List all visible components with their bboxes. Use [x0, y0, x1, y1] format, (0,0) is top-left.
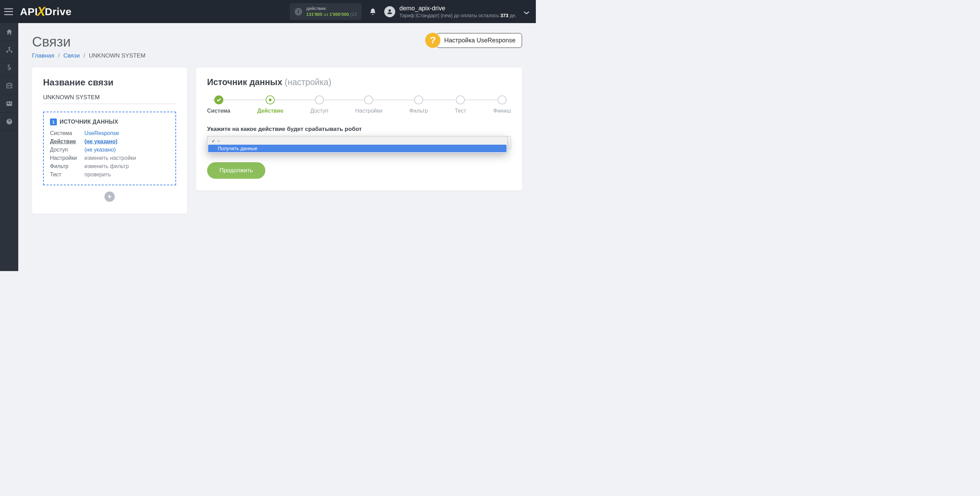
sidebar-item-connections[interactable]: [0, 41, 18, 59]
tariff-text: Тариф |Стандарт| (new) до оплаты осталос…: [399, 13, 517, 19]
row-filter-value[interactable]: изменить фильтр: [84, 163, 169, 170]
breadcrumb-links[interactable]: Связи: [64, 52, 80, 59]
action-dropdown: ✓ - Получить данные: [207, 136, 508, 153]
actions-usage-text: действия: 131'805 из 1'000'000 (13: [306, 6, 356, 17]
user-menu[interactable]: demo_apix-drive Тариф |Стандарт| (new) д…: [384, 4, 517, 19]
svg-rect-4: [7, 102, 9, 104]
sidebar-item-briefcase[interactable]: [0, 77, 18, 95]
step-filter[interactable]: Фильтр: [409, 95, 428, 114]
row-system-label: Система: [50, 130, 84, 137]
sidebar-item-home[interactable]: [0, 23, 18, 41]
chevron-down-icon[interactable]: [523, 10, 530, 14]
sidebar-item-card[interactable]: [0, 95, 18, 113]
topbar: APIXDrive i действия: 131'805 из 1'000'0…: [0, 0, 536, 23]
row-system-value[interactable]: UseResponse: [84, 130, 169, 137]
connection-name-input[interactable]: [43, 93, 176, 104]
row-access-value[interactable]: (не указано): [84, 147, 169, 153]
bell-icon[interactable]: [369, 8, 377, 16]
config-card-title: Источник данных (настройка): [207, 77, 511, 87]
row-filter-label: Фильтр: [50, 163, 84, 170]
breadcrumb-current: UNKNOWN SYSTEM: [89, 52, 145, 59]
svg-rect-5: [9, 103, 11, 103]
stepper: Система Действие Доступ Настройки: [207, 95, 511, 114]
help-label: Настройка UseResponse: [436, 33, 522, 48]
add-step-button[interactable]: +: [104, 191, 115, 202]
box-number-badge: 1: [50, 119, 57, 126]
dropdown-option-get-data[interactable]: Получить данные: [208, 145, 506, 152]
help-icon: ?: [425, 33, 441, 48]
sidebar: [0, 23, 18, 271]
continue-button[interactable]: Продолжить: [207, 162, 265, 179]
sidebar-item-billing[interactable]: [0, 59, 18, 77]
help-bubble[interactable]: ? Настройка UseResponse: [425, 33, 522, 48]
breadcrumb-home[interactable]: Главная: [32, 52, 54, 59]
hamburger-icon[interactable]: [4, 8, 13, 15]
sidebar-item-help[interactable]: [0, 113, 18, 130]
actions-usage-pill[interactable]: i действия: 131'805 из 1'000'000 (13: [290, 3, 361, 20]
dropdown-option-none[interactable]: ✓ -: [208, 137, 506, 145]
action-select[interactable]: - ✓ - Получить данные: [207, 136, 511, 149]
row-settings-value[interactable]: изменить настройки: [84, 155, 169, 161]
main-content: Связи Главная / Связи / UNKNOWN SYSTEM ?…: [18, 23, 536, 271]
connection-name-title: Название связи: [43, 77, 176, 88]
step-access[interactable]: Доступ: [310, 95, 328, 114]
step-system[interactable]: Система: [207, 95, 230, 114]
user-name: demo_apix-drive: [399, 4, 517, 13]
step-settings[interactable]: Настройки: [355, 95, 382, 114]
row-action-label: Действие: [50, 138, 84, 145]
svg-point-0: [8, 47, 10, 49]
row-action-value[interactable]: (не указано): [84, 138, 169, 145]
data-source-box: 1 ИСТОЧНИК ДАННЫХ Система UseResponse Де…: [43, 111, 176, 185]
info-icon: i: [294, 8, 302, 16]
logo[interactable]: APIXDrive: [20, 5, 72, 19]
avatar-icon: [384, 6, 395, 17]
row-settings-label: Настройки: [50, 155, 84, 161]
row-test-label: Тест: [50, 172, 84, 178]
step-finish[interactable]: Финиш: [493, 95, 511, 114]
row-test-value[interactable]: проверить: [84, 172, 169, 178]
data-source-config-card: Источник данных (настройка) Система Дейс…: [196, 67, 522, 191]
step-test[interactable]: Тест: [455, 95, 466, 114]
breadcrumb: Главная / Связи / UNKNOWN SYSTEM: [32, 52, 522, 59]
box-title: ИСТОЧНИК ДАННЫХ: [60, 119, 118, 125]
row-access-label: Доступ: [50, 147, 84, 153]
action-select-label: Укажите на какое действие будет срабатыв…: [207, 126, 511, 133]
step-action[interactable]: Действие: [258, 95, 283, 114]
connection-name-card: Название связи 1 ИСТОЧНИК ДАННЫХ Система…: [32, 67, 187, 213]
check-icon: ✓: [212, 138, 216, 144]
